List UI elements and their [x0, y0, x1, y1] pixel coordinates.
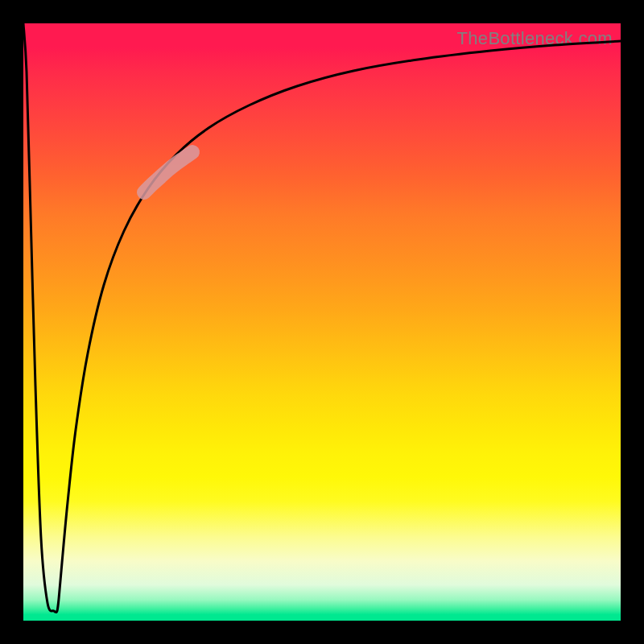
- bottleneck-curve: [23, 23, 621, 613]
- curve-layer: [23, 23, 621, 621]
- highlight-segment: [144, 152, 192, 192]
- chart-frame: TheBottleneck.com: [0, 0, 644, 644]
- plot-area: TheBottleneck.com: [23, 23, 621, 621]
